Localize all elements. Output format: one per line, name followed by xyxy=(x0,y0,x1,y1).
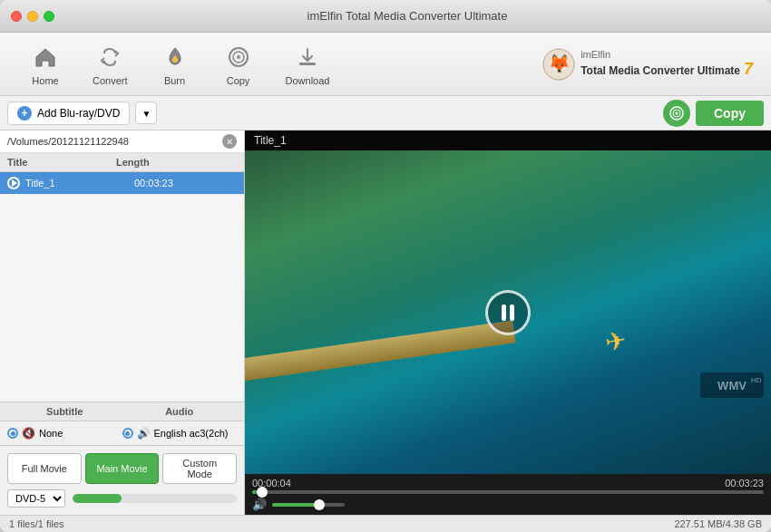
svg-point-8 xyxy=(676,111,678,114)
volume-thumb xyxy=(314,499,325,510)
seek-thumb xyxy=(257,487,268,498)
brand-version: 7 xyxy=(744,60,753,79)
play-triangle xyxy=(12,179,17,187)
dvd-progress-fill xyxy=(73,494,122,503)
toolbar-home[interactable]: Home xyxy=(18,37,73,92)
burn-label: Burn xyxy=(164,75,185,86)
brand-icon: 🦊 xyxy=(542,48,575,81)
add-bluray-button[interactable]: + Add Blu-ray/DVD xyxy=(7,102,130,125)
convert-label: Convert xyxy=(93,75,128,86)
table-row[interactable]: Title_1 00:03:23 xyxy=(0,172,244,194)
col-length-header: Length xyxy=(116,157,189,168)
speaker-icon-subtitle: 🔇 xyxy=(22,427,35,440)
video-controls: 00:00:04 00:03:23 🔊 xyxy=(245,474,771,515)
volume-icon: 🔊 xyxy=(252,498,267,511)
brand-logo: 🦊 imElfin Total Media Converter Ultimate… xyxy=(542,48,753,81)
close-button[interactable] xyxy=(11,11,22,22)
minimize-button[interactable] xyxy=(27,11,38,22)
pause-bar-left xyxy=(502,305,506,321)
subtitle-audio-header: Subtitle Audio xyxy=(0,402,244,421)
files-info: 1 files/1 files xyxy=(9,518,64,529)
time-current: 00:00:04 xyxy=(252,478,291,488)
dvd-type-select[interactable]: DVD-5 DVD-9 xyxy=(7,489,65,508)
mode-buttons: Full Movie Main Movie Custom Mode xyxy=(7,453,237,484)
seek-bar[interactable] xyxy=(252,490,764,494)
pause-button[interactable] xyxy=(485,290,531,335)
speaker-icon-audio: 🔊 xyxy=(137,427,151,440)
maximize-button[interactable] xyxy=(44,11,54,22)
traffic-lights xyxy=(11,11,54,22)
file-length: 00:03:23 xyxy=(134,178,207,189)
main-window: imElfin Total Media Converter Ultimate H… xyxy=(0,0,771,532)
window-title: imElfin Total Media Converter Ultimate xyxy=(54,9,760,23)
pause-icon xyxy=(502,305,514,321)
audio-item: 🔊 English ac3(2ch) xyxy=(122,427,238,440)
copy-icon xyxy=(224,43,253,72)
toolbar-burn[interactable]: Burn xyxy=(148,37,202,92)
full-movie-button[interactable]: Full Movie xyxy=(7,453,82,484)
subtitle-audio-panel: Subtitle Audio 🔇 None 🔊 English ac3(2ch) xyxy=(0,401,244,445)
volume-fill xyxy=(272,503,319,507)
volume-bar[interactable] xyxy=(272,503,345,507)
download-icon xyxy=(293,43,322,72)
brand-name: imElfin xyxy=(581,49,753,60)
copy-icon-circle xyxy=(663,100,690,127)
volume-row: 🔊 xyxy=(252,498,764,511)
audio-label: English ac3(2ch) xyxy=(154,428,229,439)
bottom-controls: Full Movie Main Movie Custom Mode DVD-5 … xyxy=(0,445,244,515)
play-icon xyxy=(7,177,20,189)
dvd-progress-bar xyxy=(73,494,237,503)
audio-radio[interactable] xyxy=(122,428,133,439)
path-bar: /Volumes/20121121122948 ✕ xyxy=(0,131,244,153)
svg-rect-3 xyxy=(299,63,316,65)
right-panel: Title_1 ✈ WMV xyxy=(245,131,771,515)
path-clear-button[interactable]: ✕ xyxy=(222,134,237,149)
main-movie-button[interactable]: Main Movie xyxy=(85,453,160,484)
left-panel: /Volumes/20121121122948 ✕ Title Length T… xyxy=(0,131,245,515)
svg-point-2 xyxy=(237,55,240,59)
status-bar: 1 files/1 files 227.51 MB/4.38 GB xyxy=(0,515,771,532)
burn-icon xyxy=(161,43,190,72)
time-row: 00:00:04 00:03:23 xyxy=(252,478,764,488)
file-table: Title Length Title_1 00:03:23 xyxy=(0,153,244,401)
video-title: Title_1 xyxy=(254,134,287,147)
toolbar-download[interactable]: Download xyxy=(275,37,341,92)
add-dropdown-arrow[interactable]: ▼ xyxy=(135,102,157,124)
action-bar: + Add Blu-ray/DVD ▼ Copy xyxy=(0,96,771,131)
subtitle-none-label: None xyxy=(39,428,63,439)
subtitle-header: Subtitle xyxy=(7,406,122,417)
copy-button-label: Copy xyxy=(714,106,746,121)
video-title-bar: Title_1 xyxy=(245,131,771,150)
title-bar: imElfin Total Media Converter Ultimate xyxy=(0,0,771,33)
toolbar: Home Convert xyxy=(0,33,771,96)
col-title-header: Title xyxy=(7,157,116,168)
wmv-badge: WMV HD xyxy=(700,372,764,401)
home-icon xyxy=(31,43,60,72)
home-label: Home xyxy=(32,75,58,86)
toolbar-items: Home Convert xyxy=(18,37,542,92)
convert-icon xyxy=(95,43,124,72)
subtitle-audio-row: 🔇 None 🔊 English ac3(2ch) xyxy=(0,421,244,445)
pause-bar-right xyxy=(510,305,514,321)
dvd-row: DVD-5 DVD-9 xyxy=(7,489,237,508)
svg-text:WMV: WMV xyxy=(717,379,747,392)
audio-header: Audio xyxy=(122,406,238,417)
brand-text: imElfin Total Media Converter Ultimate 7 xyxy=(581,49,753,79)
custom-mode-button[interactable]: Custom Mode xyxy=(162,453,237,484)
download-label: Download xyxy=(286,75,330,86)
add-icon: + xyxy=(17,106,32,121)
main-content: /Volumes/20121121122948 ✕ Title Length T… xyxy=(0,131,771,515)
copy-button[interactable]: Copy xyxy=(696,101,764,126)
size-info: 227.51 MB/4.38 GB xyxy=(674,518,762,529)
subtitle-radio[interactable] xyxy=(7,428,18,439)
video-area[interactable]: ✈ WMV HD xyxy=(245,150,771,474)
brand-product: Total Media Converter Ultimate xyxy=(581,64,740,77)
add-button-label: Add Blu-ray/DVD xyxy=(37,107,120,120)
copy-label: Copy xyxy=(227,75,250,86)
file-table-header: Title Length xyxy=(0,153,244,172)
toolbar-copy[interactable]: Copy xyxy=(211,37,266,92)
toolbar-convert[interactable]: Convert xyxy=(82,37,139,92)
path-text: /Volumes/20121121122948 xyxy=(7,136,222,147)
svg-text:HD: HD xyxy=(751,376,762,384)
subtitle-item: 🔇 None xyxy=(7,427,122,440)
